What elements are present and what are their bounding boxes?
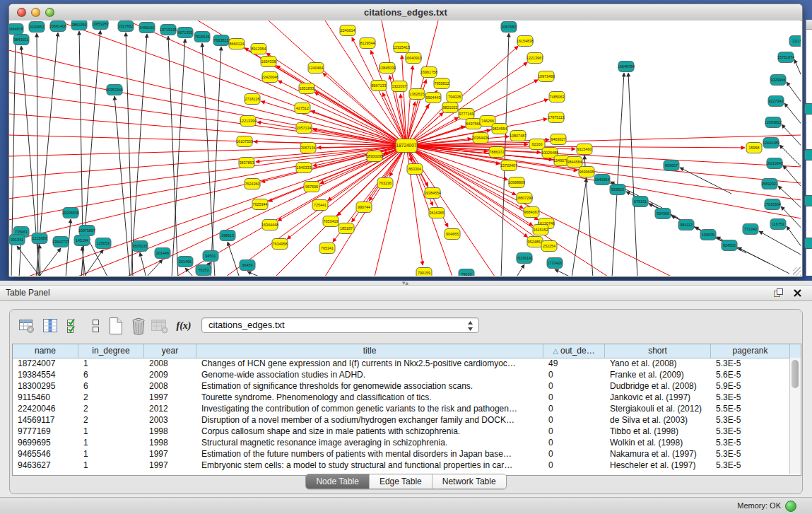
column-header-in_degree[interactable]: in_degree	[78, 344, 144, 358]
network-node[interactable]	[239, 158, 254, 168]
network-node[interactable]	[529, 139, 545, 150]
network-edge[interactable]	[172, 39, 185, 276]
network-node[interactable]	[416, 268, 432, 276]
network-node[interactable]	[549, 92, 565, 103]
network-node[interactable]	[139, 23, 155, 33]
column-header-name[interactable]: name	[13, 344, 78, 358]
network-node[interactable]	[664, 160, 679, 171]
network-node[interactable]	[261, 57, 276, 67]
network-node[interactable]	[229, 39, 245, 49]
network-edge[interactable]	[140, 252, 146, 276]
network-node[interactable]	[567, 157, 582, 168]
network-node[interactable]	[577, 144, 592, 155]
network-node[interactable]	[272, 239, 288, 250]
network-edge[interactable]	[759, 231, 801, 257]
table-scrollbar[interactable]	[789, 358, 801, 474]
table-row[interactable]: 911546021997Tourette syndrome. Phenomeno…	[13, 392, 790, 403]
network-node[interactable]	[155, 248, 170, 259]
table-row[interactable]: 946554611997Estimation of the future num…	[13, 448, 790, 460]
network-node[interactable]	[220, 230, 235, 241]
network-window-titlebar[interactable]: citations_edges.txt	[9, 4, 802, 21]
network-node[interactable]	[71, 21, 87, 30]
network-node[interactable]	[442, 103, 458, 113]
network-node[interactable]	[632, 197, 648, 207]
network-edge[interactable]	[202, 43, 215, 276]
network-node[interactable]	[409, 89, 425, 100]
network-node[interactable]	[300, 143, 316, 153]
network-node[interactable]	[517, 193, 532, 204]
row-checks-icon[interactable]	[64, 315, 83, 337]
network-node[interactable]	[237, 136, 252, 147]
network-edge[interactable]	[40, 245, 40, 276]
network-edge[interactable]	[555, 269, 572, 276]
network-node[interactable]	[429, 208, 445, 218]
network-node[interactable]	[177, 257, 193, 267]
network-node[interactable]	[447, 92, 462, 103]
network-node[interactable]	[240, 260, 255, 271]
background-window[interactable]	[806, 20, 812, 276]
network-node[interactable]	[394, 42, 409, 53]
table-row[interactable]: 977716911998Corpus callosum shape and si…	[13, 426, 790, 437]
network-edge[interactable]	[787, 82, 801, 108]
network-node[interactable]	[53, 237, 69, 247]
network-node[interactable]	[539, 71, 554, 82]
network-node[interactable]	[13, 35, 29, 45]
network-node[interactable]	[700, 230, 716, 240]
network-node[interactable]	[722, 240, 737, 251]
network-node[interactable]	[547, 258, 563, 269]
network-node[interactable]	[50, 21, 66, 32]
network-node[interactable]	[517, 253, 532, 264]
delete-trash-icon[interactable]	[129, 315, 148, 337]
network-node[interactable]	[296, 163, 312, 173]
network-edge[interactable]	[247, 271, 262, 276]
network-node[interactable]	[501, 160, 517, 171]
network-edge[interactable]	[402, 55, 406, 146]
network-node[interactable]	[262, 72, 278, 83]
network-node[interactable]	[527, 53, 543, 64]
network-node[interactable]	[459, 109, 474, 119]
network-edge[interactable]	[778, 186, 801, 212]
column-header-title[interactable]: title	[196, 344, 543, 358]
network-edge[interactable]	[794, 59, 801, 86]
network-node[interactable]	[459, 269, 474, 276]
table-row[interactable]: 2242004622012Investigating the contribut…	[13, 403, 790, 414]
network-node[interactable]	[340, 25, 355, 36]
network-node[interactable]	[379, 63, 395, 74]
network-edge[interactable]	[680, 168, 731, 194]
network-node[interactable]	[492, 124, 507, 134]
network-node[interactable]	[29, 22, 45, 33]
network-node[interactable]	[296, 123, 312, 134]
network-node[interactable]	[63, 208, 78, 218]
network-node[interactable]	[610, 185, 625, 195]
window-resize-grip[interactable]	[793, 267, 801, 276]
table-row[interactable]: 1938455462009Genome-wide association stu…	[13, 369, 790, 380]
network-node[interactable]	[339, 223, 354, 234]
network-node[interactable]	[74, 235, 90, 246]
network-node[interactable]	[425, 93, 441, 103]
close-panel-icon[interactable]	[793, 288, 802, 300]
network-node[interactable]	[9, 235, 25, 245]
table-row[interactable]: 946362711997Embryonic stem cells: a mode…	[13, 460, 790, 471]
network-node[interactable]	[323, 216, 339, 227]
column-header-pagerank[interactable]: pagerank	[711, 344, 790, 358]
column-header-year[interactable]: year	[144, 344, 196, 358]
table-row[interactable]: 1872400712008Changes of HCN gene express…	[13, 358, 790, 369]
network-edge[interactable]	[131, 34, 147, 276]
network-node[interactable]	[618, 62, 634, 72]
network-node[interactable]	[425, 188, 440, 199]
network-node[interactable]	[421, 67, 437, 78]
network-node[interactable]	[356, 202, 372, 213]
column-header-out_degree[interactable]: △out_de…	[543, 344, 605, 358]
network-node[interactable]	[763, 138, 779, 148]
network-node[interactable]	[762, 179, 777, 189]
network-edge[interactable]	[628, 73, 637, 276]
network-node[interactable]	[95, 238, 111, 249]
network-edge[interactable]	[66, 219, 71, 276]
network-node[interactable]	[746, 143, 762, 153]
network-edge[interactable]	[782, 124, 801, 151]
table-settings-icon[interactable]	[17, 315, 37, 337]
network-node[interactable]	[79, 226, 95, 236]
network-node[interactable]	[252, 199, 268, 210]
network-node[interactable]	[160, 25, 176, 35]
network-edge[interactable]	[787, 226, 801, 252]
